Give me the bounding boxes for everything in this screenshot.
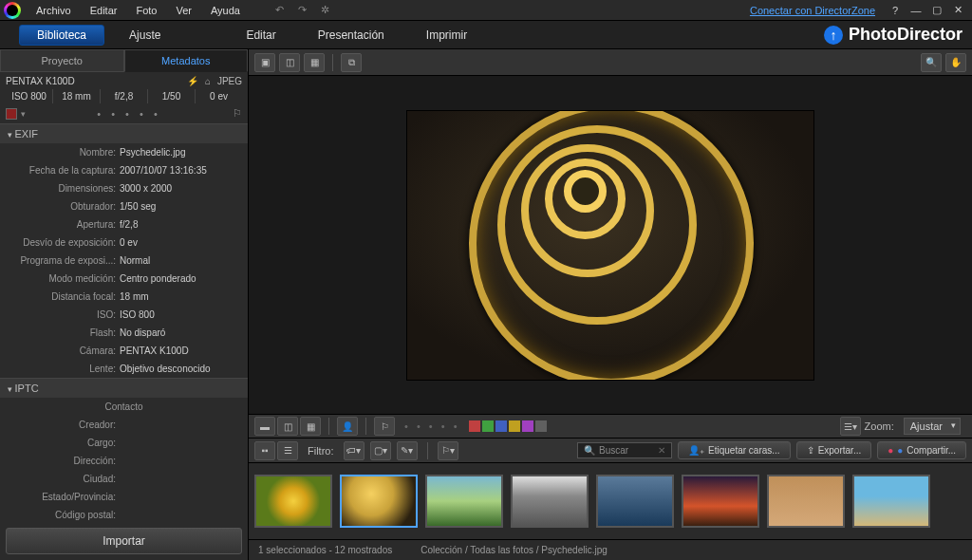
- undo-icon[interactable]: ↶: [272, 3, 288, 18]
- menu-editar[interactable]: Editar: [81, 2, 127, 19]
- iptc-key: Estado/Provincia:: [8, 490, 120, 504]
- exif-row: Modo medición:Centro ponderado: [0, 270, 248, 288]
- view-multi-icon[interactable]: ⧉: [341, 53, 362, 72]
- color-label-chip[interactable]: [495, 420, 507, 432]
- iptc-key: Dirección:: [8, 454, 120, 468]
- thumbnail[interactable]: [254, 475, 332, 528]
- filter-rect-icon[interactable]: ▢▾: [370, 441, 391, 460]
- thumbnail[interactable]: [511, 475, 589, 528]
- menu-ver[interactable]: Ver: [166, 2, 201, 19]
- directorzone-link[interactable]: Conectar con DirectorZone: [750, 5, 875, 16]
- iptc-section-header[interactable]: IPTC: [0, 379, 248, 398]
- export-button[interactable]: ⇪Exportar...: [796, 441, 872, 459]
- color-label-chip[interactable]: [535, 420, 547, 432]
- flag-icon[interactable]: ⚐: [233, 107, 242, 120]
- color-label-chip[interactable]: [6, 108, 17, 120]
- exif-key: Apertura:: [8, 217, 120, 232]
- exif-row: Lente:Objetivo desconocido: [0, 360, 248, 378]
- color-label-chip[interactable]: [522, 420, 533, 432]
- exif-value: Centro ponderado: [120, 271, 240, 286]
- flag-tool-icon[interactable]: ⚐: [374, 417, 395, 436]
- exif-value: No disparó: [120, 326, 240, 340]
- color-label-chip[interactable]: [509, 420, 520, 432]
- mode-ajuste[interactable]: Ajuste: [112, 25, 178, 46]
- exif-key: ISO:: [8, 308, 120, 322]
- quick-ev: 0 ev: [196, 89, 242, 103]
- tab-proyecto[interactable]: Proyecto: [0, 49, 124, 72]
- search-input[interactable]: 🔍 Buscar ✕: [577, 442, 672, 458]
- maximize-icon[interactable]: ▢: [929, 3, 944, 18]
- menu-foto[interactable]: Foto: [126, 2, 166, 19]
- sort-icon[interactable]: ☰▾: [840, 417, 861, 436]
- face-tag-icon[interactable]: 👤: [337, 417, 358, 436]
- quick-focal: 18 mm: [53, 89, 101, 103]
- tag-faces-button[interactable]: 👤₊Etiquetar caras...: [678, 441, 791, 459]
- search-clear-icon[interactable]: ✕: [658, 445, 665, 456]
- photo-canvas[interactable]: [249, 76, 972, 414]
- filter-tag-icon[interactable]: 🏷▾: [344, 441, 364, 460]
- close-icon[interactable]: ✕: [950, 3, 965, 18]
- search-placeholder: Buscar: [599, 445, 628, 456]
- exif-value: 0 ev: [120, 235, 240, 250]
- thumbnail[interactable]: [852, 475, 930, 528]
- exif-value: PENTAX K100D: [120, 344, 240, 358]
- exif-row: Distancia focal:18 mm: [0, 288, 248, 306]
- thumbnail[interactable]: [682, 475, 759, 528]
- thumb-small-icon[interactable]: ▪▪: [254, 441, 275, 460]
- mode-presentacion[interactable]: Presentación: [301, 25, 402, 46]
- import-button[interactable]: Importar: [6, 528, 242, 554]
- app-logo-icon: [4, 2, 21, 19]
- thumbnail[interactable]: [767, 475, 845, 528]
- view-grid-icon[interactable]: ▦: [304, 53, 325, 72]
- zoom-select[interactable]: Ajustar: [904, 418, 961, 435]
- exif-value: ISO 800: [120, 308, 240, 322]
- menu-ayuda[interactable]: Ayuda: [201, 2, 250, 19]
- minimize-icon[interactable]: —: [908, 3, 924, 18]
- exif-key: Programa de exposi...:: [8, 253, 120, 268]
- menubar: Archivo Editar Foto Ver Ayuda ↶ ↷ ✲ Cone…: [0, 0, 972, 21]
- view-compare-icon[interactable]: ◫: [279, 53, 300, 72]
- viewer-toolbar: ▣ ◫ ▦ ⧉ 🔍 ✋: [249, 49, 972, 76]
- mode-editar[interactable]: Editar: [229, 25, 292, 46]
- exif-value: Psychedelic.jpg: [120, 145, 240, 159]
- exif-key: Nombre:: [8, 145, 120, 159]
- settings-icon[interactable]: ✲: [318, 3, 333, 18]
- view-single-icon[interactable]: ▣: [254, 53, 275, 72]
- help-icon[interactable]: ?: [888, 3, 903, 18]
- iptc-row: Dirección:: [0, 452, 248, 470]
- exif-key: Lente:: [8, 362, 120, 376]
- mode-biblioteca[interactable]: Biblioteca: [19, 25, 104, 46]
- layout-2-icon[interactable]: ◫: [277, 417, 298, 436]
- pan-tool-icon[interactable]: ✋: [945, 53, 966, 72]
- quick-iso: ISO 800: [6, 89, 53, 103]
- thumbnail[interactable]: [596, 475, 674, 528]
- exif-row: Dimensiones:3000 x 2000: [0, 179, 248, 197]
- exif-row: Flash:No disparó: [0, 324, 248, 342]
- rating-dots-lower[interactable]: • • • • •: [404, 420, 459, 432]
- thumbnail[interactable]: [425, 475, 503, 528]
- iptc-subheader: Contacto: [0, 398, 248, 416]
- color-label-chip[interactable]: [482, 420, 494, 432]
- tab-metadatos[interactable]: Metadatos: [124, 49, 249, 72]
- redo-icon[interactable]: ↷: [295, 3, 310, 18]
- iptc-value: [120, 436, 240, 450]
- exif-row: Fecha de la captura:2007/10/07 13:16:35: [0, 161, 248, 179]
- quick-shutter: 1/50: [148, 89, 196, 103]
- layout-1-icon[interactable]: ▬: [254, 417, 275, 436]
- rating-dots[interactable]: • • • • •: [29, 108, 229, 120]
- thumb-large-icon[interactable]: ☰: [277, 441, 298, 460]
- left-panel: Proyecto Metadatos PENTAX K100D ⚡ ⌂ JPEG…: [0, 49, 249, 560]
- color-label-chip[interactable]: [469, 420, 480, 432]
- exif-value: 2007/10/07 13:16:35: [120, 163, 240, 177]
- exif-section-header[interactable]: EXIF: [0, 124, 248, 143]
- mode-imprimir[interactable]: Imprimir: [409, 25, 484, 46]
- filter-flag-icon[interactable]: ⚐▾: [438, 441, 458, 460]
- zoom-tool-icon[interactable]: 🔍: [921, 53, 942, 72]
- thumbnail[interactable]: [340, 475, 418, 528]
- format-label: JPEG: [217, 76, 242, 86]
- layout-3-icon[interactable]: ▦: [300, 417, 321, 436]
- menu-archivo[interactable]: Archivo: [27, 2, 81, 19]
- share-button[interactable]: ●●Compartir...: [877, 441, 966, 459]
- iptc-value: [120, 454, 240, 468]
- filter-brush-icon[interactable]: ✎▾: [397, 441, 418, 460]
